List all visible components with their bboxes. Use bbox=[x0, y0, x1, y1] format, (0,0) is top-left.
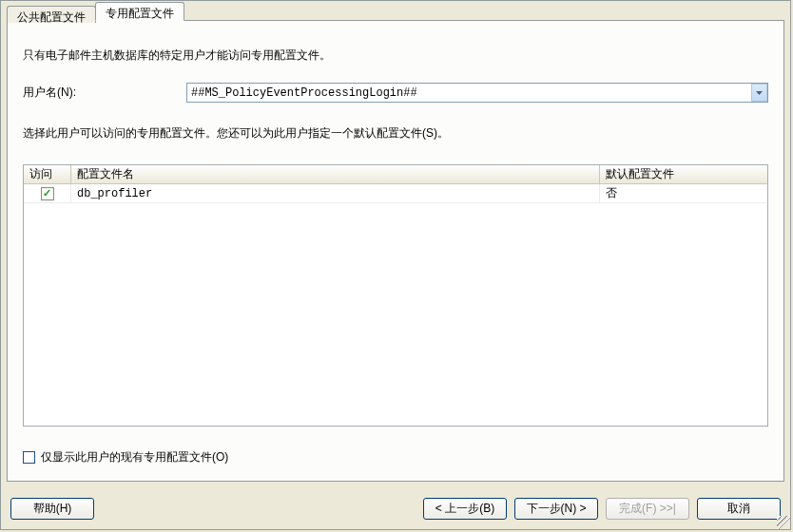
back-button[interactable]: < 上一步(B) bbox=[423, 498, 507, 520]
show-only-label[interactable]: 仅显示此用户的现有专用配置文件(O) bbox=[41, 449, 228, 466]
finish-button: 完成(F) >>| bbox=[606, 498, 689, 520]
table-row[interactable]: ✓ db_profiler 否 bbox=[24, 184, 767, 203]
help-button[interactable]: 帮助(H) bbox=[10, 498, 94, 520]
checkbox-access[interactable]: ✓ bbox=[41, 187, 54, 200]
show-only-checkbox[interactable] bbox=[23, 451, 35, 464]
cell-profile-name: db_profiler bbox=[71, 184, 600, 202]
wizard-button-bar: 帮助(H) < 上一步(B) 下一步(N) > 完成(F) >>| 取消 bbox=[10, 498, 781, 520]
table-header-row: 访问 配置文件名 默认配置文件 bbox=[24, 165, 767, 184]
resize-grip-icon[interactable] bbox=[777, 516, 790, 529]
username-row: 用户名(N): ##MS_PolicyEventProcessingLogin#… bbox=[23, 83, 768, 103]
username-label: 用户名(N): bbox=[23, 85, 186, 101]
description-select: 选择此用户可以访问的专用配置文件。您还可以为此用户指定一个默认配置文件(S)。 bbox=[23, 125, 768, 142]
username-value: ##MS_PolicyEventProcessingLogin## bbox=[191, 86, 751, 100]
next-button[interactable]: 下一步(N) > bbox=[514, 498, 598, 520]
tab-panel-private: 只有电子邮件主机数据库的特定用户才能访问专用配置文件。 用户名(N): ##MS… bbox=[7, 20, 784, 482]
cell-access-checkbox[interactable]: ✓ bbox=[24, 184, 71, 202]
show-only-row: 仅显示此用户的现有专用配置文件(O) bbox=[23, 449, 228, 466]
checkmark-icon: ✓ bbox=[43, 188, 51, 199]
tab-private-profiles[interactable]: 专用配置文件 bbox=[95, 2, 184, 21]
col-header-default[interactable]: 默认配置文件 bbox=[600, 165, 767, 183]
tab-public-profiles[interactable]: 公共配置文件 bbox=[7, 6, 96, 23]
dialog-container: 公共配置文件 专用配置文件 只有电子邮件主机数据库的特定用户才能访问专用配置文件… bbox=[0, 0, 791, 530]
col-header-access[interactable]: 访问 bbox=[24, 165, 71, 183]
profiles-table: 访问 配置文件名 默认配置文件 ✓ db_profiler 否 bbox=[23, 164, 768, 427]
tab-strip: 公共配置文件 专用配置文件 bbox=[7, 2, 184, 21]
username-dropdown[interactable]: ##MS_PolicyEventProcessingLogin## bbox=[186, 83, 768, 103]
chevron-down-icon[interactable] bbox=[751, 84, 767, 102]
description-access: 只有电子邮件主机数据库的特定用户才能访问专用配置文件。 bbox=[23, 48, 768, 64]
cell-default[interactable]: 否 bbox=[600, 184, 767, 202]
cancel-button[interactable]: 取消 bbox=[697, 498, 781, 520]
col-header-profile-name[interactable]: 配置文件名 bbox=[71, 165, 600, 183]
